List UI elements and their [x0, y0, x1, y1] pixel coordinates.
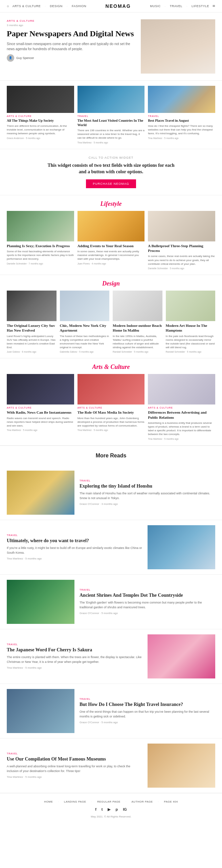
lifestyle-card-2-desc: In some cases, these real events are act…: [77, 250, 145, 261]
lifestyle-card-2-image: [77, 211, 145, 241]
more-reads-title-1: Exploring the tiny Island of Honshu: [80, 483, 215, 489]
menu-icon[interactable]: ≡: [213, 3, 215, 9]
nav-item-music[interactable]: Music: [150, 4, 161, 8]
lifestyle-card-1: Planning Is Sexy; Execution Is Progress …: [7, 211, 74, 270]
card-1-image: [7, 86, 74, 113]
design-card-2: Chic, Modern New York City Apartment The…: [60, 291, 110, 353]
more-reads-img-5: [7, 689, 74, 733]
more-reads-desc-5: One of the worst things that can happen …: [80, 710, 215, 719]
nav-right-links: Music · Travel · Lifestyle: [150, 4, 209, 8]
lifestyle-card-1-meta: Danielle Schneider · 7 months ago: [7, 262, 74, 265]
more-reads-heading: More Reads: [0, 446, 222, 466]
more-reads-item-2: Travel Ultimately, where do you want to …: [0, 520, 222, 575]
footer-copyright: May 2021. © All Rights Reserved.: [7, 815, 215, 818]
hero-image: [141, 19, 215, 74]
design-card-1-meta: Juan Gálvez · 6 months ago: [7, 351, 57, 353]
design-card-3-desc: In the late 1950s in Malibu, Australia, …: [113, 334, 162, 350]
footer-nav-404[interactable]: Page 404: [164, 800, 178, 803]
cta-button[interactable]: PURCHASE NEOMAG: [86, 179, 136, 188]
nav-item-arts[interactable]: Arts & Culture: [13, 4, 41, 8]
more-reads-cat-2: Travel: [7, 534, 142, 536]
design-card-4-meta: Randall Schneider · 5 months ago: [166, 351, 216, 353]
hero-description: Since small-town newspapers come and go …: [7, 41, 136, 52]
card-1-meta: Grace Anderson · 5 months ago: [7, 137, 74, 139]
more-reads-item-1: Travel Exploring the tiny Island of Hons…: [0, 466, 222, 520]
more-reads-title-4: The Japanese Word For Cherry Is Sakura: [7, 647, 142, 653]
card-2-meta: Tina Martinez · 5 months ago: [77, 141, 145, 144]
author-name: Guy Spencer: [16, 56, 34, 60]
arts-card-1-desc: Radio waves can transmit sound and speec…: [7, 416, 74, 428]
more-reads-text-5: Travel But How Do I Choose The Right Tra…: [80, 689, 215, 733]
footer-nav: Home · Landing Page · Regular Page · Aut…: [7, 800, 215, 803]
card-1-title: All The Things Make Up Society: [7, 118, 74, 123]
hero-text: Arts & Culture 3 months ago Paper Newspa…: [7, 19, 136, 74]
more-reads-desc-3: The 'English garden' with flowers is bec…: [80, 600, 215, 610]
card-3-category: Travel: [148, 115, 215, 117]
design-card-2-title: Chic, Modern New York City Apartment: [60, 323, 110, 333]
hero-category: Arts & Culture: [7, 19, 136, 22]
design-card-3: Modern Indoor-outdoor Beach Home In Mali…: [113, 291, 162, 353]
design-card-4-image: [166, 291, 216, 321]
card-1-desc: There are different forms of communicati…: [7, 124, 74, 136]
footer-nav-regular[interactable]: Regular Page: [97, 800, 120, 803]
design-card-1-desc: Land Rover's highly-anticipated Luxury S…: [7, 334, 57, 350]
card-2-image: [77, 86, 145, 113]
more-reads-img-6: [148, 744, 215, 788]
lifestyle-card-1-desc: Some of the most fascinating elements of…: [7, 250, 74, 261]
search-icon[interactable]: ○: [7, 4, 9, 8]
arts-card-1-title: With Radio, News Can Be Instantaneous: [7, 410, 74, 415]
cta-label: Call To Action Widget: [7, 156, 215, 159]
pinterest-icon[interactable]: p: [115, 807, 118, 812]
more-reads-title-3: Ancient Shrines And Temples Dot The Coun…: [80, 592, 215, 598]
arts-card-1: Arts & Culture With Radio, News Can Be I…: [7, 374, 74, 440]
footer-social: f t ▶ p IG: [7, 807, 215, 812]
design-heading: Design: [0, 275, 222, 291]
more-reads-text-2: Travel Ultimately, where do you want to …: [7, 525, 142, 569]
nav-left-links: Arts & Culture · Design · Fashion: [13, 4, 86, 8]
more-reads-meta-1: Grace O'Connor · 3 months ago: [80, 502, 215, 506]
more-reads-text-4: Travel The Japanese Word For Cherry Is S…: [7, 634, 142, 678]
nav-item-design[interactable]: Design: [50, 4, 63, 8]
youtube-icon[interactable]: ▶: [108, 807, 110, 812]
footer-nav-author[interactable]: Author Page: [132, 800, 153, 803]
more-reads-meta-5: Grace O'Connor · 5 months ago: [80, 721, 215, 724]
more-reads-cat-5: Travel: [80, 698, 215, 700]
arts-culture-heading: Arts & Culture: [0, 358, 222, 374]
more-reads-img-1: [7, 471, 74, 515]
twitter-icon[interactable]: t: [102, 807, 103, 812]
more-reads-desc-6: A well-planned and absorbing online trav…: [7, 764, 142, 773]
footer-nav-landing[interactable]: Landing Page: [64, 800, 86, 803]
design-card-4-desc: In the pale sub floorboards lead through…: [166, 334, 216, 350]
more-reads-title-5: But How Do I Choose The Right Travel Ins…: [80, 702, 215, 708]
design-card-1-title: The Original Luxury City Suv Has Now Evo…: [7, 323, 57, 333]
card-2: Travel The Most And Least Visited Countr…: [77, 86, 145, 144]
nav-item-travel[interactable]: Travel: [170, 4, 182, 8]
more-reads-item-6: Travel Use Our Compilation Of Most Famou…: [0, 738, 222, 793]
more-reads-meta-3: Grace O'Connor · 5 months ago: [80, 612, 215, 615]
site-logo: NEOMAG: [106, 3, 131, 9]
lifestyle-card-1-title: Planning Is Sexy; Execution Is Progress: [7, 243, 74, 248]
cta-widget: Call To Action Widget This widget consis…: [0, 149, 222, 195]
featured-articles: Arts & Culture All The Things Make Up So…: [0, 81, 222, 149]
more-reads-text-1: Travel Exploring the tiny Island of Hons…: [80, 471, 215, 515]
more-reads-meta-6: Tina Martinez · 5 months ago: [7, 775, 142, 778]
nav-item-fashion[interactable]: Fashion: [72, 4, 86, 8]
instagram-icon[interactable]: IG: [123, 807, 127, 812]
more-reads-desc-2: If you're a little rusty, it might be be…: [7, 546, 142, 555]
more-reads-title-2: Ultimately, where do you want to travel?: [7, 538, 142, 544]
more-reads-item-3: Travel Ancient Shrines And Temples Dot T…: [0, 575, 222, 629]
facebook-icon[interactable]: f: [95, 807, 96, 812]
lifestyle-card-3-image: [148, 211, 215, 241]
nav-item-lifestyle[interactable]: Lifestyle: [192, 4, 209, 8]
footer-nav-home[interactable]: Home: [44, 800, 53, 803]
design-card-3-meta: Randall Schneider · 5 months ago: [113, 351, 162, 353]
arts-card-1-image: [7, 374, 74, 405]
arts-culture-articles: Arts & Culture With Radio, News Can Be I…: [0, 374, 222, 445]
more-reads-img-2: [148, 525, 215, 569]
design-card-4: Modern Art House In The Hamptons In the …: [166, 291, 216, 353]
design-articles: The Original Luxury City Suv Has Now Evo…: [0, 291, 222, 358]
arts-card-3-meta: Tina Martinez · 5 months ago: [148, 438, 215, 440]
card-1: Arts & Culture All The Things Make Up So…: [7, 86, 74, 144]
arts-card-2-category: Arts & Culture: [77, 407, 145, 409]
arts-card-3: Arts & Culture Differences Between Adver…: [148, 374, 215, 440]
